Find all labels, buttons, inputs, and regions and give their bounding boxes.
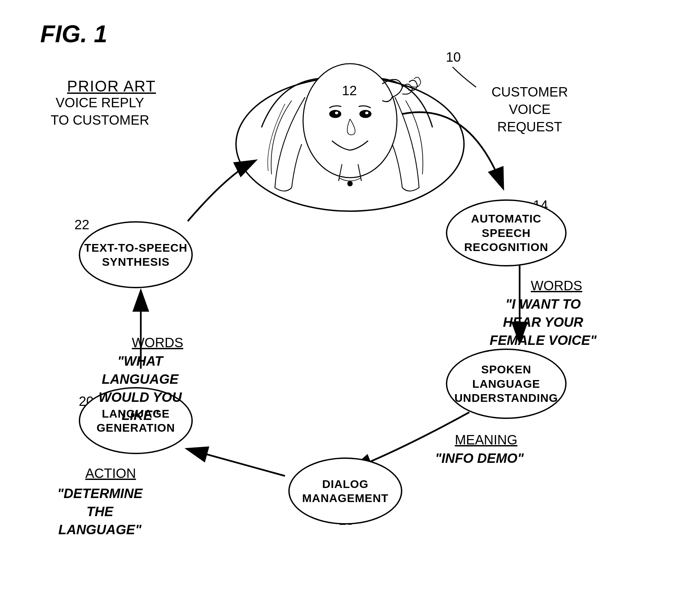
quote-right-label: "I WANT TOHEAR YOURFEMALE VOICE": [479, 295, 607, 349]
svg-point-6: [347, 181, 353, 186]
slu-node: SPOKEN LANGUAGEUNDERSTANDING: [446, 349, 566, 419]
svg-point-3: [359, 110, 372, 118]
svg-point-1: [303, 64, 397, 178]
prior-art-label: PRIOR ART: [67, 77, 156, 95]
voice-reply-label: VOICE REPLYTO CUSTOMER: [43, 94, 157, 129]
action-label: ACTION: [67, 466, 154, 481]
dm-node: DIALOGMANAGEMENT: [288, 457, 402, 525]
quote-meaning-label: "INFO DEMO": [426, 449, 533, 467]
quote-action-label: "DETERMINE THELANGUAGE": [43, 484, 157, 539]
svg-point-2: [329, 110, 341, 118]
words-right-label: WORDS: [510, 278, 603, 293]
ref-22: 22: [74, 217, 89, 232]
page-title: FIG. 1: [40, 20, 107, 48]
ref-12: 12: [342, 83, 357, 98]
asr-node: AUTOMATIC SPEECHRECOGNITION: [446, 199, 566, 266]
words-left-label: WORDS: [114, 335, 201, 350]
svg-point-4: [335, 112, 338, 114]
quote-left-label: "WHAT LANGUAGEWOULD YOU LIKE": [83, 352, 197, 424]
ref-10: 10: [446, 50, 461, 65]
svg-point-5: [365, 112, 368, 114]
tts-node: TEXT-TO-SPEECHSYNTHESIS: [79, 221, 193, 288]
customer-voice-request-label: CUSTOMERVOICE REQUEST: [476, 83, 583, 135]
meaning-label: MEANING: [442, 432, 530, 448]
